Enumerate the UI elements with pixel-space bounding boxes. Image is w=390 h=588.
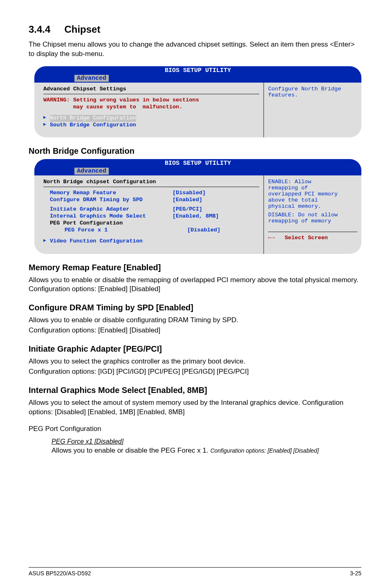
option-label: Configure DRAM Timing by SPD [50, 197, 173, 204]
opt-peg-force-x1[interactable]: PEG Force x 1[Disabled] [43, 227, 259, 234]
section-title: Chipset [64, 24, 100, 35]
option-value: [Disabled] [173, 190, 206, 197]
help-line: remapping of memory [268, 218, 357, 224]
help-line: physical memory. [268, 203, 357, 209]
intro-text: The Chipset menu allows you to change th… [29, 40, 361, 59]
opt-internal-graphics[interactable]: Internal Graphics Mode Select[Enabled, 8… [43, 213, 259, 220]
igms-body: Allows you to select the amout of system… [29, 398, 361, 417]
bios-tab-bar: Advanced [34, 74, 361, 83]
iga-body2: Configuration options: [IGD] [PCI/IGD] [… [29, 367, 361, 377]
help-line: ENABLE: Allow [268, 179, 357, 185]
divider [268, 231, 357, 232]
bios-tab-bar: Advanced [34, 167, 361, 175]
bios-panel-north-bridge: BIOS SETUP UTILITY Advanced North Bridge… [34, 159, 361, 254]
menu-item-video-function[interactable]: Video Function Configuration [43, 238, 259, 245]
menu-label: Video Function Configuration [50, 238, 143, 245]
help-line: remapping of [268, 185, 357, 191]
help-line: DISABLE: Do not allow [268, 212, 357, 218]
opt-peg-port-header: PEG Port Configuration [43, 220, 259, 227]
nav-hint: ←→ Select Screen [268, 235, 357, 241]
divider [43, 186, 259, 187]
help-line: above the total [268, 197, 357, 203]
opt-memory-remap[interactable]: Memory Remap Feature[Disabled] [43, 190, 259, 197]
menu-item-north-bridge[interactable]: North Bridge Configuration [43, 115, 259, 122]
mrf-heading: Memory Remap Feature [Enabled] [29, 263, 361, 272]
option-label: Internal Graphics Mode Select [50, 213, 173, 220]
dram-body1: Allows you to enable or disable configur… [29, 316, 361, 325]
option-label: PEG Force x 1 [50, 227, 187, 234]
peg-force-subheading: PEG Force x1 [Disabled] [52, 438, 361, 445]
north-bridge-heading: North Bridge Configuration [29, 146, 361, 156]
menu-label: North Bridge Configuration [50, 115, 136, 122]
iga-body1: Allows you to select the graphics contro… [29, 357, 361, 366]
menu-label: South Bridge Configuration [50, 122, 136, 129]
menu-item-south-bridge[interactable]: South Bridge Configuration [43, 122, 259, 129]
bios-title: BIOS SETUP UTILITY [34, 159, 361, 167]
panel-heading: North Bridge chipset Configuration [43, 179, 259, 185]
mrf-body: Allows you to enable or disable the rema… [29, 276, 361, 294]
tab-advanced[interactable]: Advanced [74, 168, 109, 175]
option-label: PEG Port Configuration [50, 220, 173, 227]
peg-force-body: Allows you to enable or disable the PEG … [52, 446, 361, 456]
opt-dram-timing[interactable]: Configure DRAM Timing by SPD[Enabled] [43, 197, 259, 204]
bios-panel-chipset: BIOS SETUP UTILITY Advanced Advanced Chi… [34, 66, 361, 138]
iga-heading: Initiate Graphic Adapter [PEG/PCI] [29, 344, 361, 354]
peg-port-heading: PEG Port Configuration [29, 424, 361, 434]
help-panel: Configure North Bridge features. [263, 83, 361, 138]
dram-body2: Configuration options: [Enabled] [Disabl… [29, 326, 361, 335]
section-heading: 3.4.4Chipset [29, 24, 361, 35]
warning-line-2: may cause system to malfunction. [43, 104, 259, 111]
option-value: [Disabled] [187, 227, 220, 234]
option-value: [PEG/PCI] [173, 206, 202, 213]
arrow-lr-icon: ←→ [268, 235, 275, 241]
dram-heading: Configure DRAM Timing by SPD [Enabled] [29, 303, 361, 312]
help-text: Configure North Bridge features. [268, 86, 341, 98]
option-label: Memory Remap Feature [50, 190, 173, 197]
footer-left: ASUS BP5220/AS-D592 [29, 570, 91, 577]
bios-title: BIOS SETUP UTILITY [34, 66, 361, 74]
opt-initiate-graphic[interactable]: Initiate Graphic Adapter[PEG/PCI] [43, 206, 259, 213]
peg-force-body-plain: Allows you to enable or disable the PEG … [52, 447, 210, 454]
section-number: 3.4.4 [29, 24, 50, 35]
help-line: overlapped PCI memory [268, 191, 357, 197]
page-footer: ASUS BP5220/AS-D592 3-25 [29, 567, 361, 577]
divider [43, 94, 259, 94]
panel-heading: Advanced Chipset Settings [43, 86, 259, 92]
warning-line-1: WARNING: Setting wrong values in below s… [43, 97, 259, 104]
option-value: [Enabled, 8MB] [173, 213, 219, 220]
igms-heading: Internal Graphics Mode Select [Enabled, … [29, 386, 361, 395]
footer-right: 3-25 [350, 570, 361, 577]
tab-advanced[interactable]: Advanced [74, 75, 109, 82]
help-panel: ENABLE: Allow remapping of overlapped PC… [263, 175, 361, 254]
peg-force-body-italic: Configuration options: [Enabled] [Disabl… [210, 447, 318, 454]
option-value: [Enabled] [173, 197, 202, 204]
nav-text: Select Screen [285, 235, 328, 241]
option-label: Initiate Graphic Adapter [50, 206, 173, 213]
